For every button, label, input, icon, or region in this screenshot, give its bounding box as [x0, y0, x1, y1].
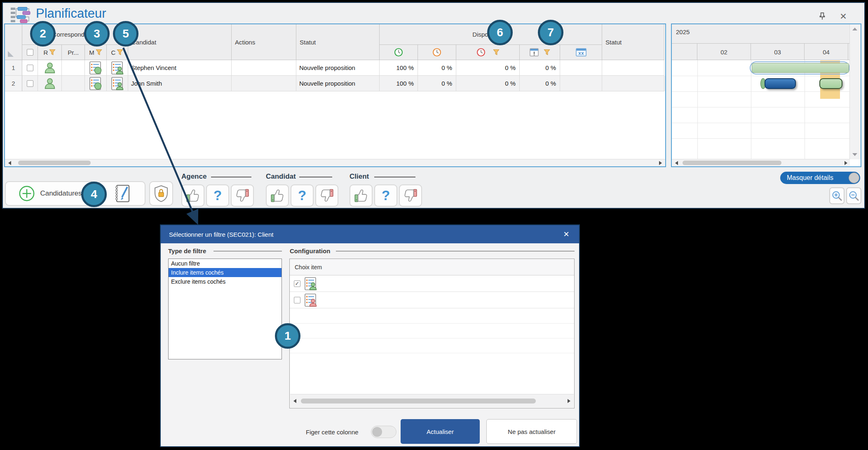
row-checkbox[interactable]	[27, 80, 33, 87]
candidate-person-cell[interactable]	[38, 60, 62, 76]
filter-icon[interactable]	[49, 49, 56, 56]
table-row[interactable]: 2 John Smith Nouvelle proposition 100 % …	[5, 76, 665, 91]
gantt-month-cell: 03	[751, 44, 805, 60]
mission-card-cell[interactable]	[85, 60, 107, 76]
row-checkbox-cell[interactable]	[22, 76, 38, 91]
filter-icon[interactable]	[544, 49, 550, 56]
header-dispo-green[interactable]	[380, 45, 418, 60]
scrollbar-thumb[interactable]	[18, 161, 91, 165]
gantt-bar-proposal-2[interactable]	[819, 78, 842, 89]
header-candidat[interactable]: Candidat	[128, 24, 232, 60]
candidat-thumb-up-button[interactable]	[266, 184, 289, 207]
configuration-panel: Choix item ✓	[289, 259, 575, 408]
header-dispo-orange[interactable]	[418, 45, 456, 60]
orange-clock-icon	[432, 48, 441, 57]
header-cal-unavailable[interactable]	[560, 45, 602, 60]
scrollbar-thumb[interactable]	[301, 399, 536, 403]
ne-pas-actualiser-button[interactable]: Ne pas actualiser	[486, 419, 577, 444]
table-row[interactable]: 1 Stephen Vincent Nouvelle proposition 1…	[5, 60, 665, 76]
scroll-right-icon[interactable]	[845, 161, 847, 165]
filter-option[interactable]: Exclure items cochés	[169, 277, 282, 286]
filter-icon-client[interactable]	[117, 49, 123, 56]
status-cell[interactable]: Nouvelle proposition	[296, 60, 380, 76]
candidat-question-button[interactable]: ?	[291, 184, 314, 207]
pin-icon[interactable]	[817, 11, 828, 22]
header-select-checkbox[interactable]	[22, 45, 38, 60]
callout-badge-3: 3	[84, 21, 110, 47]
candidate-name[interactable]: Stephen Vincent	[128, 60, 232, 76]
row-checkbox[interactable]	[27, 65, 33, 71]
filter-option-selected[interactable]: Inclure items cochés	[169, 268, 282, 277]
scrollbar-thumb[interactable]	[683, 161, 781, 165]
grid-horizontal-scrollbar[interactable]	[5, 159, 665, 166]
scroll-left-icon[interactable]	[675, 161, 678, 165]
zoom-in-button[interactable]	[829, 187, 845, 204]
scroll-left-icon[interactable]	[8, 161, 11, 165]
item-checkbox-unchecked[interactable]	[294, 297, 300, 303]
filter-icon[interactable]	[96, 49, 102, 56]
header-c[interactable]: C	[107, 45, 128, 60]
scroll-left-icon[interactable]	[293, 399, 296, 403]
thumb-down-icon	[403, 188, 418, 203]
header-m[interactable]: M	[85, 45, 107, 60]
header-r[interactable]: R	[38, 45, 62, 60]
client-thumb-up-button[interactable]	[350, 184, 373, 207]
pct-green: 100 %	[380, 60, 418, 76]
scroll-right-icon[interactable]	[659, 161, 662, 165]
zoom-out-button[interactable]	[846, 187, 861, 204]
grid-corner-header[interactable]	[5, 24, 22, 60]
agence-thumb-down-button[interactable]	[231, 184, 254, 207]
client-thumb-down-button[interactable]	[399, 184, 422, 207]
candidate-name[interactable]: John Smith	[128, 76, 232, 91]
status-cell[interactable]: Nouvelle proposition	[296, 76, 380, 91]
header-statut-2[interactable]: Statut	[602, 24, 664, 60]
agence-question-button[interactable]: ?	[206, 184, 229, 207]
agence-thumb-up-button[interactable]	[181, 184, 204, 207]
mission-card-cell[interactable]	[85, 76, 107, 91]
figer-colonne-toggle[interactable]	[371, 426, 396, 438]
choix-item-row[interactable]: ✓	[290, 275, 574, 292]
group-label-agence: Agence	[181, 173, 206, 181]
choix-item-row[interactable]	[290, 292, 574, 308]
scroll-right-icon[interactable]	[568, 399, 570, 403]
notebook-pencil-icon	[113, 184, 131, 203]
group-label-candidat: Candidat	[266, 173, 296, 181]
pr-cell[interactable]	[62, 60, 85, 76]
header-dispo-red[interactable]	[456, 45, 520, 60]
dialog-close-icon[interactable]: ✕	[560, 225, 572, 243]
choix-item-header[interactable]: Choix item	[290, 259, 574, 275]
filter-option[interactable]: Aucun filtre	[169, 259, 282, 268]
actualiser-button[interactable]: Actualiser	[401, 419, 480, 444]
figer-colonne-label: Figer cette colonne	[306, 429, 368, 436]
security-button[interactable]	[149, 181, 173, 206]
configuration-label: Configuration	[290, 247, 330, 254]
gantt-bar-proposal[interactable]	[752, 63, 849, 73]
header-cal-alert[interactable]	[520, 45, 560, 60]
header-statut[interactable]: Statut	[296, 24, 380, 60]
filter-type-listbox[interactable]: Aucun filtre Inclure items cochés Exclur…	[168, 259, 282, 359]
gantt-horizontal-scrollbar[interactable]	[672, 159, 850, 166]
row-checkbox-cell[interactable]	[22, 60, 38, 76]
configuration-scrollbar[interactable]	[290, 394, 574, 408]
callout-badge-6: 6	[487, 20, 513, 45]
pr-cell[interactable]	[62, 76, 85, 91]
client-question-button[interactable]: ?	[374, 184, 397, 207]
candidat-thumb-down-button[interactable]	[315, 184, 338, 207]
scroll-up-icon[interactable]	[852, 28, 857, 30]
actions-cell[interactable]	[232, 60, 296, 76]
close-icon[interactable]: ✕	[838, 11, 849, 22]
filter-icon[interactable]	[493, 49, 500, 56]
gantt-bar-mission[interactable]	[765, 78, 796, 89]
client-card-cell[interactable]	[107, 76, 128, 91]
masquer-details-toggle[interactable]: Masquer détails	[780, 172, 860, 184]
header-actions[interactable]: Actions	[232, 24, 296, 60]
candidate-person-cell[interactable]	[38, 76, 62, 91]
item-checkbox-checked[interactable]: ✓	[294, 280, 300, 287]
client-card-cell[interactable]	[107, 60, 128, 76]
scroll-down-icon[interactable]	[852, 153, 857, 156]
header-pr[interactable]: Pr...	[62, 45, 85, 60]
select-all-checkbox[interactable]	[27, 49, 33, 56]
gantt-vertical-scrollbar[interactable]	[849, 24, 861, 159]
actions-cell[interactable]	[232, 76, 296, 91]
dialog-titlebar[interactable]: Sélectionner un filtre (SEC021): Client	[161, 225, 579, 243]
